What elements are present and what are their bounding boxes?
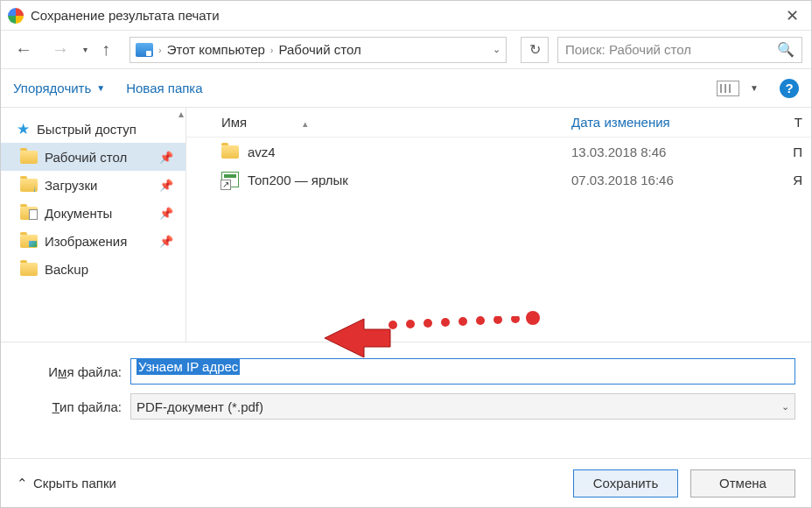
sidebar-item-documents[interactable]: Документы 📌 bbox=[1, 199, 186, 227]
sidebar-item-label: Документы bbox=[45, 206, 112, 221]
organize-dropdown-icon[interactable]: ▼ bbox=[96, 83, 105, 93]
folder-icon bbox=[20, 263, 38, 276]
pin-icon: 📌 bbox=[159, 207, 173, 220]
sidebar-item-backup[interactable]: Backup bbox=[1, 255, 186, 283]
sidebar-item-label: Загрузки bbox=[45, 178, 97, 193]
sidebar-item-label: Изображения bbox=[45, 234, 127, 249]
organize-button[interactable]: Упорядочить bbox=[13, 81, 91, 95]
filename-input[interactable]: Узнаем IP адрес bbox=[130, 358, 795, 385]
filename-value: Узнаем IP адрес bbox=[136, 358, 240, 375]
file-name: Топ200 — ярлык bbox=[248, 173, 348, 187]
file-area: Имя ▴ Дата изменения Т avz4 13.03.2018 8… bbox=[186, 108, 811, 342]
table-row[interactable]: Топ200 — ярлык 07.03.2018 16:46 Я bbox=[186, 166, 811, 194]
back-button[interactable]: ← bbox=[10, 36, 38, 63]
toolbar: Упорядочить ▼ Новая папка ▼ ? bbox=[1, 69, 811, 108]
nav-row: ← → ▾ ↑ › Этот компьютер › Рабочий стол … bbox=[1, 31, 811, 69]
filetype-select[interactable]: PDF-документ (*.pdf) ⌄ bbox=[130, 393, 795, 420]
folder-icon bbox=[20, 151, 38, 164]
sort-asc-icon: ▴ bbox=[303, 118, 308, 129]
chevron-up-icon: ⌃ bbox=[17, 476, 28, 491]
pin-icon: 📌 bbox=[159, 179, 173, 192]
shortcut-icon bbox=[221, 172, 239, 187]
save-button[interactable]: Сохранить bbox=[573, 469, 678, 497]
filetype-value: PDF-документ (*.pdf) bbox=[136, 399, 263, 414]
folder-icon bbox=[221, 145, 239, 159]
column-type[interactable]: Т bbox=[794, 115, 802, 130]
file-header: Имя ▴ Дата изменения Т bbox=[186, 108, 811, 138]
sidebar-item-label: Backup bbox=[45, 262, 88, 277]
chevron-right-icon[interactable]: › bbox=[158, 45, 162, 55]
history-dropdown-icon[interactable]: ▾ bbox=[83, 45, 88, 54]
file-date: 07.03.2018 16:46 bbox=[571, 173, 674, 187]
file-type: П bbox=[793, 145, 802, 159]
sidebar-item-pictures[interactable]: Изображения 📌 bbox=[1, 227, 186, 255]
sidebar-quick-access[interactable]: ★ Быстрый доступ bbox=[1, 115, 186, 143]
chevron-right-icon[interactable]: › bbox=[270, 45, 274, 55]
chrome-icon bbox=[8, 8, 24, 24]
pin-icon: 📌 bbox=[159, 235, 173, 248]
crumb-root[interactable]: Этот компьютер bbox=[167, 42, 265, 57]
column-name[interactable]: Имя ▴ bbox=[221, 115, 571, 130]
crumb-leaf[interactable]: Рабочий стол bbox=[279, 42, 361, 57]
star-icon: ★ bbox=[17, 120, 30, 138]
scroll-up-icon[interactable]: ▴ bbox=[178, 108, 184, 120]
folder-icon bbox=[20, 235, 38, 248]
new-folder-button[interactable]: Новая папка bbox=[126, 81, 202, 95]
cancel-button[interactable]: Отмена bbox=[690, 469, 795, 497]
hide-folders-button[interactable]: ⌃ Скрыть папки bbox=[17, 476, 116, 491]
close-icon[interactable]: ✕ bbox=[780, 6, 804, 25]
search-placeholder: Поиск: Рабочий стол bbox=[565, 42, 777, 57]
form: Имя файла: Узнаем IP адрес Тип файла: PD… bbox=[1, 342, 811, 437]
sidebar: ▴ ★ Быстрый доступ Рабочий стол 📌 Загруз… bbox=[1, 108, 186, 342]
search-icon[interactable]: 🔍 bbox=[777, 41, 794, 58]
titlebar: Сохранение результата печати ✕ bbox=[1, 1, 811, 31]
file-date: 13.03.2018 8:46 bbox=[571, 145, 666, 159]
view-dropdown-icon[interactable]: ▼ bbox=[750, 83, 759, 93]
pc-icon bbox=[136, 43, 153, 57]
file-name: avz4 bbox=[248, 145, 276, 159]
chevron-down-icon: ⌄ bbox=[781, 401, 789, 413]
forward-button: → bbox=[46, 36, 74, 63]
file-type: Я bbox=[793, 173, 802, 187]
filename-label: Имя файла: bbox=[17, 364, 130, 379]
refresh-button[interactable]: ↻ bbox=[521, 37, 549, 63]
filetype-label: Тип файла: bbox=[17, 399, 130, 414]
folder-icon bbox=[20, 179, 38, 192]
chevron-down-icon[interactable]: ⌄ bbox=[493, 44, 500, 55]
column-date[interactable]: Дата изменения bbox=[571, 115, 670, 130]
folder-icon bbox=[20, 207, 38, 220]
up-button[interactable]: ↑ bbox=[96, 36, 116, 63]
search-input[interactable]: Поиск: Рабочий стол 🔍 bbox=[557, 37, 802, 63]
table-row[interactable]: avz4 13.03.2018 8:46 П bbox=[186, 138, 811, 166]
body: ▴ ★ Быстрый доступ Рабочий стол 📌 Загруз… bbox=[1, 108, 811, 342]
sidebar-item-label: Быстрый доступ bbox=[37, 122, 136, 137]
footer: ⌃ Скрыть папки Сохранить Отмена bbox=[1, 458, 811, 507]
sidebar-item-desktop[interactable]: Рабочий стол 📌 bbox=[1, 143, 186, 171]
help-icon[interactable]: ? bbox=[780, 79, 799, 98]
view-mode-icon[interactable] bbox=[717, 81, 739, 96]
sidebar-item-label: Рабочий стол bbox=[45, 150, 127, 165]
breadcrumb[interactable]: › Этот компьютер › Рабочий стол ⌄ bbox=[130, 37, 507, 63]
pin-icon: 📌 bbox=[159, 151, 173, 164]
window-title: Сохранение результата печати bbox=[31, 8, 780, 23]
sidebar-item-downloads[interactable]: Загрузки 📌 bbox=[1, 171, 186, 199]
